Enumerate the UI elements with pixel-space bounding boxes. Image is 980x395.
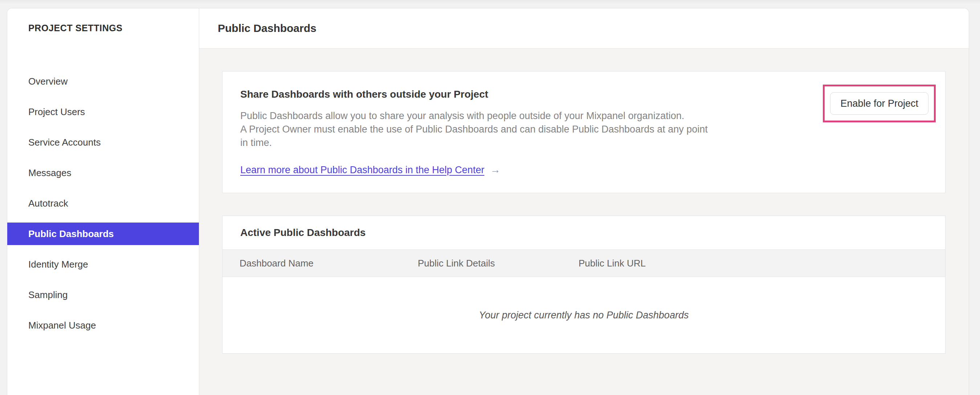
enable-for-project-button[interactable]: Enable for Project — [830, 92, 929, 115]
sidebar-item-service-accounts[interactable]: Service Accounts — [7, 131, 199, 154]
share-card-body-line-2: A Project Owner must enable the use of P… — [240, 123, 945, 136]
sidebar-item-identity-merge[interactable]: Identity Merge — [7, 253, 199, 276]
dashboards-table-header: Dashboard Name Public Link Details Publi… — [223, 249, 945, 277]
page-title: Public Dashboards — [218, 22, 317, 35]
sidebar-item-overview[interactable]: Overview — [7, 70, 199, 92]
sidebar-item-sampling[interactable]: Sampling — [7, 284, 199, 306]
arrow-right-icon: → — [490, 164, 500, 176]
enable-button-highlight-box: Enable for Project — [823, 84, 936, 123]
page-header: Public Dashboards — [199, 8, 969, 49]
main-body: Share Dashboards with others outside you… — [199, 49, 969, 395]
sidebar-title: PROJECT SETTINGS — [7, 8, 199, 34]
column-header-public-link-details: Public Link Details — [418, 258, 579, 269]
dashboards-empty-state: Your project currently has no Public Das… — [223, 277, 945, 353]
help-center-link[interactable]: Learn more about Public Dashboards in th… — [240, 164, 484, 176]
sidebar-item-messages[interactable]: Messages — [7, 162, 199, 184]
share-card-body-line-3: in time. — [240, 136, 945, 150]
share-dashboards-card: Share Dashboards with others outside you… — [222, 71, 945, 193]
sidebar-item-project-users[interactable]: Project Users — [7, 100, 199, 123]
settings-window: PROJECT SETTINGS Overview Project Users … — [7, 8, 969, 395]
sidebar-item-autotrack[interactable]: Autotrack — [7, 192, 199, 215]
main-content: Public Dashboards Share Dashboards with … — [199, 8, 969, 395]
sidebar-nav: Overview Project Users Service Accounts … — [7, 70, 199, 344]
active-public-dashboards-card: Active Public Dashboards Dashboard Name … — [222, 216, 945, 354]
column-header-public-link-url: Public Link URL — [579, 258, 945, 269]
sidebar-item-public-dashboards[interactable]: Public Dashboards — [7, 223, 199, 245]
column-header-dashboard-name: Dashboard Name — [240, 258, 418, 269]
project-settings-sidebar: PROJECT SETTINGS Overview Project Users … — [7, 8, 199, 395]
active-card-title: Active Public Dashboards — [240, 227, 366, 239]
active-card-title-row: Active Public Dashboards — [223, 216, 945, 249]
help-center-link-row: Learn more about Public Dashboards in th… — [240, 164, 945, 176]
sidebar-item-mixpanel-usage[interactable]: Mixpanel Usage — [7, 314, 199, 336]
empty-state-message: Your project currently has no Public Das… — [479, 310, 689, 321]
